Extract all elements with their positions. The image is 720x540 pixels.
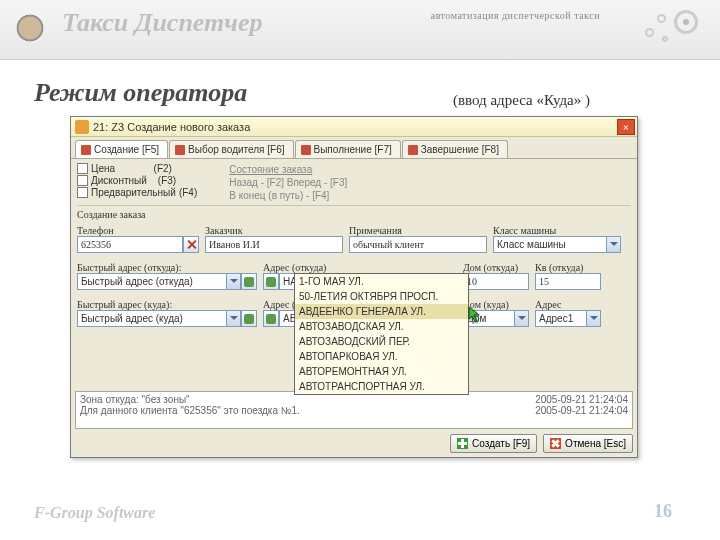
log-line: Зона откуда: "без зоны" — [80, 394, 190, 405]
select-addr2[interactable]: Адрес1 — [535, 310, 601, 327]
log-ts: 2005-09-21 21:24:04 — [535, 405, 628, 416]
slide-header: Такси Диспетчер автоматизация диспетчерс… — [0, 0, 720, 60]
dropdown-option[interactable]: АВТОТРАНСПОРТНАЯ УЛ. — [295, 379, 468, 394]
dropdown-option[interactable]: 50-ЛЕТИЯ ОКТЯБРЯ ПРОСП. — [295, 289, 468, 304]
lookup-icon — [266, 277, 276, 287]
select-carclass[interactable]: Класс машины — [493, 236, 621, 253]
tab-driver[interactable]: Выбор водителя [F6] — [169, 140, 293, 158]
refresh-icon — [244, 314, 254, 324]
window-titlebar[interactable]: 21: Z3 Создание нового заказа × — [71, 117, 637, 137]
slide-title: Режим оператора — [34, 78, 720, 108]
tab-exec[interactable]: Выполнение [F7] — [295, 140, 401, 158]
tab-label: Выбор водителя [F6] — [188, 144, 284, 155]
tab-icon — [175, 145, 185, 155]
lbl-carclass: Класс машины — [493, 225, 621, 236]
headset-avatar — [8, 6, 52, 50]
status-block: Состояние заказа Назад - [F2] Вперед - [… — [229, 163, 347, 202]
tab-label: Создание [F5] — [94, 144, 159, 155]
dropdown-option[interactable]: АВДЕЕНКО ГЕНЕРАЛА УЛ. — [295, 304, 468, 319]
plus-icon — [457, 438, 468, 449]
section-label: Создание заказа — [77, 209, 631, 220]
create-button[interactable]: Создать [F9] — [450, 434, 537, 453]
chk-discount[interactable]: Дисконтный (F3) — [77, 175, 197, 186]
page-number: 16 — [654, 501, 672, 522]
addr-to-button[interactable] — [263, 310, 279, 327]
lbl-notes: Примечания — [349, 225, 487, 236]
window-body: Цена (F2) Дисконтный (F3) Предварительны… — [71, 159, 637, 331]
lbl-aptfrom: Кв (откуда) — [535, 262, 601, 273]
tab-bar: Создание [F5] Выбор водителя [F6] Выполн… — [71, 137, 637, 159]
close-button[interactable]: × — [617, 119, 635, 135]
cancel-button[interactable]: Отмена [Esc] — [543, 434, 633, 453]
chevron-down-icon — [586, 311, 600, 326]
tab-label: Выполнение [F7] — [314, 144, 392, 155]
input-apt-from[interactable]: 15 — [535, 273, 601, 290]
chevron-down-icon — [514, 311, 528, 326]
lbl-addr2: Адрес — [535, 299, 601, 310]
chevron-down-icon — [226, 311, 240, 326]
chk-price[interactable]: Цена (F2) — [77, 163, 197, 174]
decorative-circles — [612, 8, 702, 52]
dropdown-option[interactable]: АВТОЗАВОДСКАЯ УЛ. — [295, 319, 468, 334]
refresh-icon — [244, 277, 254, 287]
addr-to-dropdown[interactable]: 1-ГО МАЯ УЛ. 50-ЛЕТИЯ ОКТЯБРЯ ПРОСП. АВД… — [294, 273, 469, 395]
tab-icon — [81, 145, 91, 155]
cursor-icon — [467, 305, 485, 323]
select-quick-to[interactable]: Быстрый адрес (куда) — [77, 310, 241, 327]
input-customer[interactable]: Иванов И.И — [205, 236, 343, 253]
tab-finish[interactable]: Завершение [F8] — [402, 140, 508, 158]
select-quick-from[interactable]: Быстрый адрес (откуда) — [77, 273, 241, 290]
dropdown-option[interactable]: 1-ГО МАЯ УЛ. — [295, 274, 468, 289]
footer-company: F-Group Software — [34, 504, 155, 522]
x-icon — [186, 239, 197, 250]
dropdown-option[interactable]: АВТОПАРКОВАЯ УЛ. — [295, 349, 468, 364]
tab-label: Завершение [F8] — [421, 144, 499, 155]
lbl-qfrom: Быстрый адрес (откуда): — [77, 262, 257, 273]
input-phone[interactable]: 625356 — [77, 236, 183, 253]
slide-subtitle: (ввод адреса «Куда» ) — [453, 92, 590, 109]
brand-tagline: автоматизация диспетчерской такси — [431, 10, 600, 21]
chevron-down-icon — [226, 274, 240, 289]
lbl-qto: Быстрый адрес (куда): — [77, 299, 257, 310]
option-checkboxes: Цена (F2) Дисконтный (F3) Предварительны… — [77, 163, 197, 198]
dropdown-option[interactable]: АВТОЗАВОДСКИЙ ПЕР. — [295, 334, 468, 349]
dropdown-option[interactable]: АВТОРЕМОНТНАЯ УЛ. — [295, 364, 468, 379]
phone-clear-button[interactable] — [183, 236, 199, 253]
lbl-housefrom: Дом (откуда) — [463, 262, 529, 273]
cancel-icon — [550, 438, 561, 449]
button-bar: Создать [F9] Отмена [Esc] — [75, 432, 633, 454]
app-icon — [75, 120, 89, 134]
lookup-icon — [266, 314, 276, 324]
input-notes[interactable]: обычный клиент — [349, 236, 487, 253]
tab-icon — [301, 145, 311, 155]
lbl-customer: Заказчик — [205, 225, 343, 236]
input-house-from[interactable]: 10 — [463, 273, 529, 290]
window-title: 21: Z3 Создание нового заказа — [93, 121, 250, 133]
chk-prelim[interactable]: Предварительный (F4) — [77, 187, 197, 198]
tab-icon — [408, 145, 418, 155]
addr-from-button[interactable] — [263, 273, 279, 290]
chevron-down-icon — [606, 237, 620, 252]
log-area: 2005-09-21 21:24:04Зона откуда: "без зон… — [75, 391, 633, 429]
log-line: Для данного клиента "625356" это поездка… — [80, 405, 300, 416]
lbl-phone: Телефон — [77, 225, 199, 236]
lbl-addrfrom: Адрес (откуда) — [263, 262, 457, 273]
quick-to-button[interactable] — [241, 310, 257, 327]
quick-from-button[interactable] — [241, 273, 257, 290]
app-window: 21: Z3 Создание нового заказа × Создание… — [70, 116, 638, 458]
tab-create[interactable]: Создание [F5] — [75, 140, 168, 158]
log-ts: 2005-09-21 21:24:04 — [535, 394, 628, 405]
